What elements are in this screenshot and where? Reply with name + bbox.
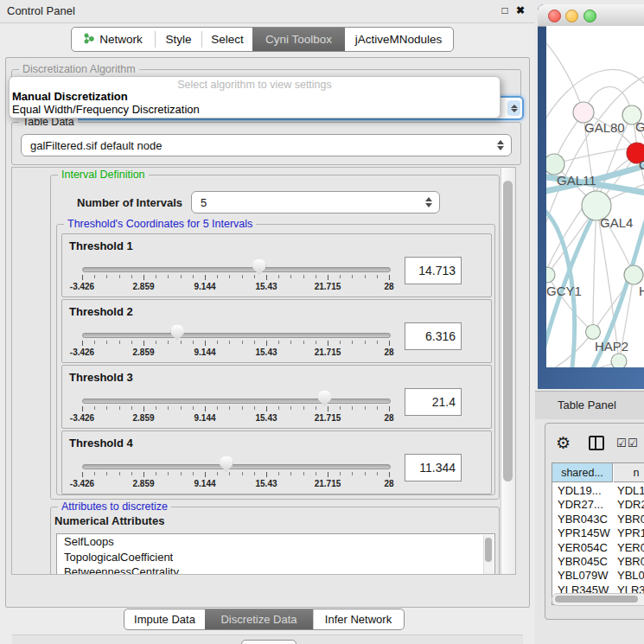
network-node[interactable] [611,354,627,367]
scrollbar-thumb[interactable] [485,538,492,562]
dropdown-option-equal-width-frequency[interactable]: Equal Width/Frequency Discretization [12,103,200,116]
network-node-label: GAL11 [557,173,596,188]
tab-style[interactable]: Style [156,28,201,51]
network-canvas[interactable]: GAL80GCGAL11GAL4GCY1HHAP2 [546,26,644,367]
float-icon[interactable]: □ [498,3,512,17]
threshold-value-field[interactable]: 14.713 [405,257,462,284]
table-row[interactable]: YER054CYER0 [552,540,644,555]
table-data-group: Table Data galFiltered.sif default node [11,122,521,165]
network-window-titlebar[interactable] [538,4,644,27]
network-edge [593,206,596,332]
tab-discretize-data[interactable]: Discretize Data [205,609,313,629]
thresholds-group-title: Threshold's Coordinates for 5 Intervals [64,218,256,230]
close-traffic-icon[interactable] [548,10,561,22]
table-data-combobox-value: galFiltered.sif default node [22,139,494,152]
number-of-intervals-combobox[interactable]: 5 [191,191,440,214]
tab-impute-data-label: Impute Data [134,613,195,626]
table-row[interactable]: YBR045CYBR0 [552,554,644,569]
threshold-value-field[interactable]: 21.4 [405,388,462,416]
network-tab-icon [84,32,94,47]
scrollbar-thumb[interactable] [555,596,638,603]
attributes-list-scrollbar[interactable] [483,535,494,575]
dropdown-option-manual-discretization[interactable]: Manual Discretization [12,90,128,103]
column-header-name[interactable]: n [614,463,644,482]
network-node-h[interactable] [624,265,643,284]
minimize-traffic-icon[interactable] [565,10,578,22]
algorithm-dropdown-popup: Select algorithm to view settings Manual… [9,76,501,118]
numerical-attributes-list[interactable]: SelfLoopsTopologicalCoefficientBetweenne… [56,533,495,575]
table-data-combobox[interactable]: galFiltered.sif default node [21,134,512,156]
dropdown-hint: Select algorithm to view settings [10,79,500,91]
panel-title: Control Panel [7,4,75,17]
list-item[interactable]: BetweennessCentrality [57,564,494,575]
slider-track[interactable] [82,464,391,469]
tab-discretize-data-label: Discretize Data [220,613,296,626]
number-of-intervals-label: Number of Intervals [77,196,182,209]
tab-cyni-toolbox[interactable]: Cyni Toolbox [252,28,345,51]
table-row[interactable]: YBR043CYBR0 [552,512,644,526]
threshold-value-field[interactable]: 11.344 [405,454,462,481]
threshold-value-field[interactable]: 6.316 [405,322,462,350]
network-node-label: GAL4 [600,215,633,230]
tab-jactivemnodules-label: jActiveMNodules [355,33,443,46]
gear-icon[interactable]: ⚙ [556,433,571,452]
top-tab-bar: Network Style Select Cyni Toolbox jActiv… [71,27,454,52]
control-panel-titlebar: Control Panel □ ✖ [0,0,534,23]
table-subwindow: ⚙ ☑ ☑ shared... n YDL19...YDL1YDR27...YD… [545,423,644,620]
interval-definition-title: Interval Definition [58,169,149,181]
column-header-shared-name[interactable]: shared... [552,463,613,482]
apply-button[interactable]: Apply [241,640,296,644]
combo-arrows-icon [507,100,520,116]
network-edge [546,332,593,367]
slider-handle[interactable] [252,259,265,275]
number-of-intervals-value: 5 [192,196,422,209]
slider-track[interactable] [82,333,391,338]
checkbox-icon[interactable]: ☑ [616,437,627,450]
zoom-traffic-icon[interactable] [583,10,596,22]
attributes-group: Attributes to discretize Numerical Attri… [50,507,500,575]
tab-infer-network[interactable]: Infer Network [314,609,403,629]
tab-infer-network-label: Infer Network [325,613,392,626]
network-node-gal11[interactable] [546,154,564,175]
scrollbar-thumb[interactable] [503,181,513,481]
cyni-toolbox-panel: Discretization Algorithm Table Data galF… [5,57,530,608]
slider-track[interactable] [82,267,391,272]
network-node-label: G [635,119,644,134]
slider-handle[interactable] [171,325,184,341]
threshold-label: Threshold 4 [69,437,133,450]
table-horizontal-scrollbar[interactable] [552,593,644,606]
bottom-tab-bar: Impute Data Discretize Data Infer Networ… [124,609,405,630]
slider-track[interactable] [82,399,391,404]
network-node-label: H [639,284,644,298]
network-node-hap2[interactable] [586,325,601,340]
network-node-gcy1[interactable] [546,267,555,283]
checkbox-icon[interactable]: ☑ [628,437,638,450]
control-panel: Control Panel □ ✖ Network [0,0,534,644]
tab-select-label: Select [211,33,244,46]
table-row[interactable]: YBL079WYBL0 [552,568,644,583]
table-row[interactable]: YPR145WYPR1 [552,526,644,540]
network-graph[interactable]: GAL80GCGAL11GAL4GCY1HHAP2 [546,26,644,367]
tab-impute-data[interactable]: Impute Data [124,609,205,629]
table-panel-title: Table Panel [558,399,616,411]
network-node-label: C [639,157,644,172]
settings-vertical-scrollbar[interactable] [501,168,515,574]
tab-jactivemnodules[interactable]: jActiveMNodules [345,28,452,51]
close-icon[interactable]: ✖ [513,3,527,17]
combo-arrows-icon [422,197,436,207]
threshold-box: Threshold 3 -3.4262.8599.14415.4321.7152… [61,365,492,429]
slider-handle[interactable] [220,456,233,472]
slider-handle[interactable] [318,391,331,406]
list-item[interactable]: TopologicalCoefficient [57,550,494,565]
tab-select[interactable]: Select [202,28,252,51]
apply-row: Apply [12,634,523,644]
tab-network[interactable]: Network [72,28,155,51]
network-node-label: HAP2 [595,339,628,354]
tab-cyni-toolbox-label: Cyni Toolbox [265,33,332,46]
list-item[interactable]: SelfLoops [57,534,494,550]
split-view-icon[interactable] [589,436,604,450]
thresholds-group: Threshold's Coordinates for 5 Intervals … [56,224,495,495]
network-node-label: GCY1 [546,284,582,298]
table-row[interactable]: YDL19...YDL1 [552,483,644,498]
table-row[interactable]: YDR27...YDR2 [552,497,644,512]
